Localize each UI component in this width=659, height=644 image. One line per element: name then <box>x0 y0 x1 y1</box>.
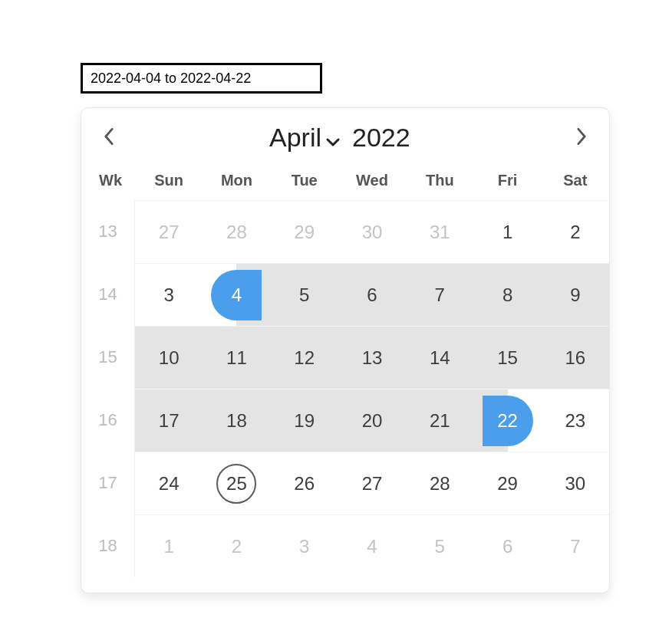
day-cell[interactable]: 20 <box>338 389 406 452</box>
prev-month-button[interactable] <box>98 127 120 149</box>
week-number-cell: 17 <box>81 452 135 514</box>
weekday-header-sat: Sat <box>542 161 609 200</box>
day-cell[interactable]: 26 <box>271 452 338 514</box>
day-number: 4 <box>232 284 242 306</box>
day-cell: 30 <box>338 200 406 263</box>
day-number: 13 <box>362 347 383 369</box>
day-cell[interactable]: 30 <box>542 452 609 514</box>
week-number-cell: 13 <box>81 200 135 263</box>
week-number-cell: 18 <box>81 514 135 577</box>
day-cell[interactable]: 16 <box>542 326 609 389</box>
day-number: 5 <box>299 284 309 306</box>
day-number: 30 <box>362 222 383 243</box>
month-label: April <box>269 123 321 153</box>
weekday-header-sun: Sun <box>135 161 203 200</box>
day-number: 26 <box>294 473 315 495</box>
week-number-cell: 14 <box>81 263 135 326</box>
day-cell: 3 <box>271 514 338 577</box>
weekday-header-thu: Thu <box>406 161 473 200</box>
day-number: 7 <box>435 284 445 306</box>
day-number: 27 <box>159 222 180 243</box>
day-cell[interactable]: 9 <box>542 263 609 326</box>
day-number: 31 <box>430 222 450 243</box>
day-cell[interactable]: 23 <box>542 389 609 452</box>
day-cell[interactable]: 18 <box>203 389 270 452</box>
day-cell[interactable]: 19 <box>271 389 338 452</box>
month-year-group: April <box>269 122 421 153</box>
day-number: 9 <box>570 284 580 306</box>
day-cell[interactable]: 1 <box>473 200 541 263</box>
day-number: 29 <box>294 222 315 243</box>
day-number: 6 <box>367 284 377 306</box>
day-number: 7 <box>570 536 580 557</box>
calendar-grid: Wk Sun Mon Tue Wed Thu Fri Sat 132728293… <box>81 161 609 577</box>
day-cell[interactable]: 21 <box>406 389 473 452</box>
week-number-cell: 16 <box>81 389 135 452</box>
day-number: 14 <box>430 347 450 369</box>
day-number: 24 <box>159 473 180 495</box>
day-cell[interactable]: 2 <box>542 200 609 263</box>
date-range-input[interactable] <box>81 63 322 94</box>
day-cell[interactable]: 22 <box>473 389 541 452</box>
weekday-header-mon: Mon <box>203 161 270 200</box>
day-cell[interactable]: 7 <box>406 263 473 326</box>
day-number: 1 <box>502 222 512 243</box>
day-cell[interactable]: 8 <box>473 263 541 326</box>
day-number: 11 <box>226 347 247 369</box>
day-cell[interactable]: 17 <box>135 389 203 452</box>
day-cell[interactable]: 3 <box>135 263 203 326</box>
day-number: 17 <box>159 410 180 432</box>
day-cell[interactable]: 28 <box>406 452 473 514</box>
day-cell[interactable]: 29 <box>473 452 541 514</box>
day-cell[interactable]: 12 <box>271 326 338 389</box>
day-number: 27 <box>362 473 383 495</box>
day-number: 1 <box>163 536 173 557</box>
day-cell: 4 <box>338 514 406 577</box>
day-number: 3 <box>163 284 173 306</box>
next-month-button[interactable] <box>571 127 592 149</box>
day-number: 19 <box>294 410 315 432</box>
day-cell: 2 <box>203 514 270 577</box>
day-cell: 27 <box>135 200 203 263</box>
day-cell[interactable]: 11 <box>203 326 270 389</box>
week-number-cell: 15 <box>81 326 135 389</box>
day-cell[interactable]: 5 <box>271 263 338 326</box>
day-number: 23 <box>565 410 585 432</box>
day-cell[interactable]: 13 <box>338 326 406 389</box>
day-number: 10 <box>159 347 180 369</box>
day-number: 22 <box>497 410 518 432</box>
calendar-popup: April Wk Sun Mon Tue Wed Thu Fri Sat 132… <box>81 107 610 593</box>
day-cell: 28 <box>203 200 270 263</box>
weekday-header-fri: Fri <box>473 161 541 200</box>
day-cell[interactable]: 10 <box>135 326 203 389</box>
day-cell[interactable]: 4 <box>203 263 270 326</box>
chevron-left-icon <box>104 128 114 148</box>
year-input[interactable] <box>351 122 421 153</box>
day-cell[interactable]: 6 <box>338 263 406 326</box>
day-cell: 29 <box>271 200 338 263</box>
day-number: 28 <box>430 473 450 495</box>
day-cell: 6 <box>473 514 541 577</box>
day-number: 5 <box>435 536 445 557</box>
day-number: 6 <box>502 536 512 557</box>
day-cell: 7 <box>542 514 609 577</box>
day-cell[interactable]: 27 <box>338 452 406 514</box>
day-cell: 31 <box>406 200 473 263</box>
day-number: 12 <box>294 347 315 369</box>
day-number: 3 <box>299 536 309 557</box>
day-cell[interactable]: 24 <box>135 452 203 514</box>
weekday-header-tue: Tue <box>271 161 338 200</box>
weekday-header-wed: Wed <box>338 161 406 200</box>
chevron-down-icon <box>326 137 340 146</box>
day-cell[interactable]: 14 <box>406 326 473 389</box>
day-cell: 5 <box>406 514 473 577</box>
month-select[interactable]: April <box>269 123 340 153</box>
day-number: 30 <box>565 473 585 495</box>
day-number: 15 <box>497 347 518 369</box>
day-cell[interactable]: 25 <box>203 452 270 514</box>
day-number: 4 <box>367 536 377 557</box>
day-cell[interactable]: 15 <box>473 326 541 389</box>
day-number: 28 <box>226 222 247 243</box>
day-number: 21 <box>430 410 450 432</box>
day-cell: 1 <box>135 514 203 577</box>
